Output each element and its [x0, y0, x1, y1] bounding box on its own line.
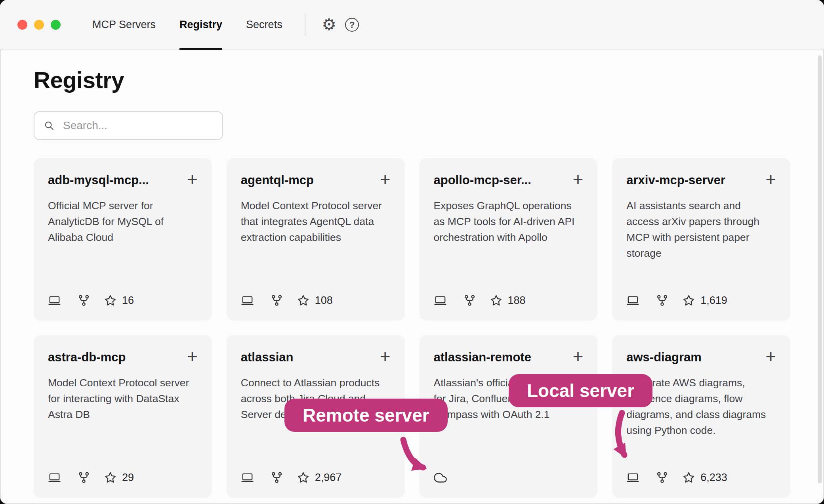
laptop-icon [241, 471, 254, 484]
title-bar: MCP Servers Registry Secrets ⚙ ? [0, 0, 824, 50]
server-description: Official MCP server for AnalyticDB for M… [48, 198, 198, 245]
star-count: 29 [122, 472, 134, 484]
server-name: arxiv-mcp-server [626, 170, 725, 187]
cloud-icon [434, 471, 447, 484]
star-icon [297, 294, 310, 307]
tab-secrets[interactable]: Secrets [234, 0, 294, 50]
minimize-button[interactable] [34, 20, 44, 30]
registry-page: Registry adb-mysql-mcp... + Official MCP… [0, 67, 824, 498]
add-server-button[interactable]: + [380, 170, 391, 188]
server-card: atlassian-remote + Atlassian's official … [420, 335, 598, 498]
server-name: astra-db-mcp [48, 347, 126, 365]
server-description: Atlassian's official MCP server for Jira… [434, 375, 584, 422]
server-card: aws-diagram + Generate AWS diagrams, seq… [612, 335, 790, 498]
laptop-icon [434, 294, 447, 307]
add-server-button[interactable]: + [765, 170, 776, 188]
card-footer [434, 471, 584, 484]
star-count-group: 108 [297, 294, 333, 307]
add-server-button[interactable]: + [187, 347, 198, 365]
github-fork-icon[interactable] [77, 294, 90, 307]
search-input[interactable] [62, 119, 214, 132]
star-count: 1,619 [700, 294, 727, 307]
add-server-button[interactable]: + [187, 170, 198, 188]
server-description: Connect to Atlassian products across bot… [241, 375, 391, 422]
server-card: arxiv-mcp-server + AI assistants search … [612, 158, 790, 321]
main-nav: MCP Servers Registry Secrets [80, 0, 294, 50]
gear-icon: ⚙ [322, 17, 336, 33]
card-footer: 29 [48, 471, 198, 484]
help-button[interactable]: ? [343, 15, 362, 34]
github-fork-icon[interactable] [270, 294, 283, 307]
star-icon [297, 471, 310, 484]
add-server-button[interactable]: + [765, 347, 776, 365]
star-count-group: 2,967 [297, 471, 342, 484]
server-description: AI assistants search and access arXiv pa… [626, 198, 776, 261]
server-card: atlassian + Connect to Atlassian product… [227, 335, 405, 498]
tab-label: MCP Servers [92, 19, 156, 31]
card-footer: 108 [241, 294, 391, 307]
laptop-icon [626, 294, 639, 307]
add-server-button[interactable]: + [572, 347, 583, 365]
laptop-icon [48, 294, 61, 307]
github-fork-icon[interactable] [656, 294, 669, 307]
laptop-icon [241, 294, 254, 307]
star-count-group: 188 [490, 294, 526, 307]
github-fork-icon[interactable] [656, 471, 669, 484]
star-count: 6,233 [700, 472, 727, 484]
server-card: adb-mysql-mcp... + Official MCP server f… [34, 158, 212, 321]
card-footer: 188 [434, 294, 584, 307]
app-window: MCP Servers Registry Secrets ⚙ ? Registr… [0, 0, 824, 504]
star-icon [682, 294, 695, 307]
settings-button[interactable]: ⚙ [320, 15, 339, 34]
star-icon [682, 471, 695, 484]
server-card: apollo-mcp-ser... + Exposes GraphQL oper… [420, 158, 598, 321]
card-footer: 16 [48, 294, 198, 307]
star-count: 188 [508, 294, 526, 307]
star-icon [490, 294, 503, 307]
star-count-group: 6,233 [682, 471, 727, 484]
star-count: 2,967 [315, 472, 342, 484]
tab-registry[interactable]: Registry [168, 0, 234, 50]
close-button[interactable] [17, 20, 27, 30]
server-description: Exposes GraphQL operations as MCP tools … [434, 198, 584, 245]
laptop-icon [48, 471, 61, 484]
search-box [34, 111, 223, 140]
server-name: adb-mysql-mcp... [48, 170, 149, 187]
scrollbar-thumb[interactable] [818, 55, 822, 483]
server-description: Model Context Protocol server that integ… [241, 198, 391, 245]
github-fork-icon[interactable] [463, 294, 476, 307]
server-description: Model Context Protocol server for intera… [48, 375, 198, 422]
star-count-group: 29 [104, 471, 134, 484]
card-footer: 6,233 [626, 471, 776, 484]
server-card: agentql-mcp + Model Context Protocol ser… [227, 158, 405, 321]
star-count-group: 16 [104, 294, 134, 307]
server-name: aws-diagram [626, 347, 702, 365]
page-title: Registry [34, 67, 790, 93]
nav-divider [305, 13, 305, 36]
server-name: atlassian [241, 347, 294, 365]
server-name: atlassian-remote [434, 347, 531, 365]
tab-label: Secrets [246, 19, 282, 31]
zoom-button[interactable] [51, 20, 61, 30]
star-icon [104, 294, 117, 307]
star-count-group: 1,619 [682, 294, 727, 307]
traffic-lights [17, 20, 61, 30]
tab-mcp-servers[interactable]: MCP Servers [80, 0, 168, 50]
server-name: apollo-mcp-ser... [434, 170, 531, 187]
add-server-button[interactable]: + [380, 347, 391, 365]
server-card: astra-db-mcp + Model Context Protocol se… [34, 335, 212, 498]
tab-label: Registry [179, 19, 222, 31]
laptop-icon [626, 471, 639, 484]
star-count: 16 [122, 294, 134, 307]
help-icon: ? [345, 18, 359, 32]
star-icon [104, 471, 117, 484]
github-fork-icon[interactable] [270, 471, 283, 484]
github-fork-icon[interactable] [77, 471, 90, 484]
search-icon [43, 120, 55, 132]
star-count: 108 [315, 294, 333, 307]
card-footer: 1,619 [626, 294, 776, 307]
card-footer: 2,967 [241, 471, 391, 484]
server-grid: adb-mysql-mcp... + Official MCP server f… [34, 158, 790, 498]
add-server-button[interactable]: + [572, 170, 583, 188]
server-description: Generate AWS diagrams, sequence diagrams… [626, 375, 776, 438]
